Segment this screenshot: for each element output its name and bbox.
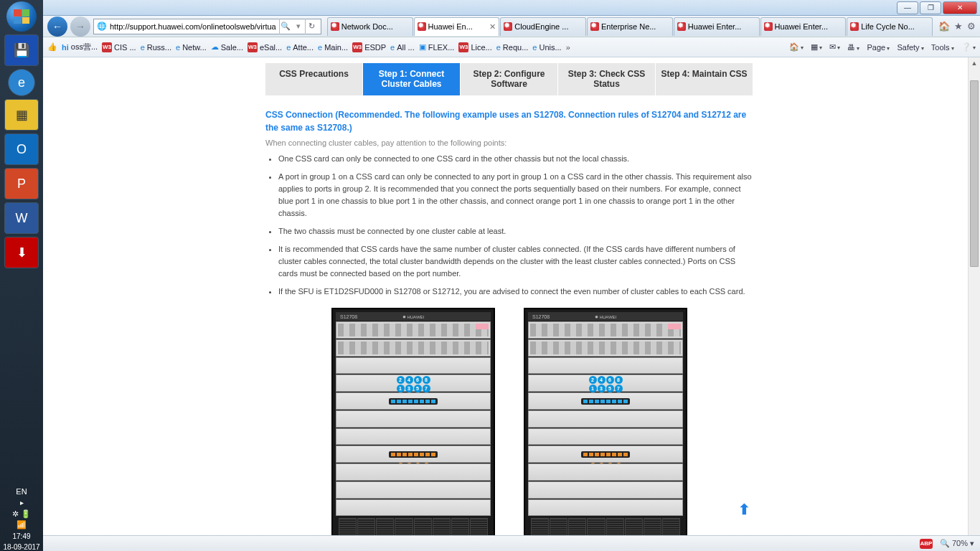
tool-page[interactable]: Page bbox=[867, 43, 890, 52]
start-button[interactable] bbox=[6, 1, 37, 32]
fav-flex[interactable]: ▣FLEX... bbox=[419, 42, 455, 52]
tab-enterprise-ne[interactable]: Enterprise Ne... bbox=[587, 17, 673, 36]
fav-russ[interactable]: eRuss... bbox=[141, 43, 171, 52]
step-tabs: CSS Precautions Step 1: Connect Cluster … bbox=[265, 63, 753, 95]
taskbar-language[interactable]: EN bbox=[16, 487, 27, 496]
fav-chevron[interactable]: 👍 bbox=[47, 42, 57, 52]
window-close-button[interactable]: ✕ bbox=[943, 1, 977, 14]
fav-lice[interactable]: W3Lice... bbox=[458, 42, 491, 52]
windows-taskbar: 💾 e ▦ O P W ⬇ EN ▸ ✲ 🔋 📶 17:49 18-09-201… bbox=[0, 0, 43, 551]
fav-requ[interactable]: eRequ... bbox=[496, 43, 529, 52]
fav-esal[interactable]: W3eSal... bbox=[248, 42, 282, 52]
url-text: http://support.huawei.com/onlinetoolsweb… bbox=[110, 22, 276, 31]
browser-toolbar: ← → 🌐 http://support.huawei.com/onlineto… bbox=[43, 16, 980, 37]
scroll-thumb[interactable] bbox=[970, 80, 979, 267]
window-maximize-button[interactable]: ❐ bbox=[920, 1, 941, 14]
list-item: If the SFU is ET1D2SFUD000 in S12708 or … bbox=[278, 286, 753, 298]
tool-home[interactable]: 🏠 bbox=[789, 42, 804, 52]
list-item: A port in group 1 on a CSS card can only… bbox=[278, 171, 753, 220]
tab-huawei-en[interactable]: Huawei En...✕ bbox=[414, 17, 500, 36]
tool-safety[interactable]: Safety bbox=[897, 43, 923, 52]
list-item: It is recommended that CSS cards have th… bbox=[278, 243, 753, 280]
huawei-icon bbox=[764, 22, 773, 31]
tab-huawei-enter-2[interactable]: Huawei Enter... bbox=[760, 17, 847, 36]
tab-step3-check[interactable]: Step 3: Check CSS Status bbox=[558, 63, 656, 95]
browser-tabs: Network Doc... Huawei En...✕ CloudEngine… bbox=[327, 17, 933, 36]
tab-step2-configure[interactable]: Step 2: Configure Software bbox=[461, 63, 558, 95]
fav-main[interactable]: eMain... bbox=[318, 43, 348, 52]
fav-atte[interactable]: eAtte... bbox=[286, 43, 314, 52]
window-titlebar: — ❐ ✕ bbox=[0, 0, 980, 16]
taskbar-tray[interactable]: ✲ 🔋 📶 bbox=[12, 509, 31, 529]
points-list: One CSS card can only be connected to on… bbox=[265, 153, 753, 298]
section-subtitle: When connecting cluster cables, pay atte… bbox=[265, 138, 753, 147]
tool-help[interactable]: ❔ bbox=[961, 42, 976, 52]
list-item: One CSS card can only be connected to on… bbox=[278, 153, 753, 165]
tab-css-precautions[interactable]: CSS Precautions bbox=[265, 63, 363, 95]
taskbar-app-outlook[interactable]: O bbox=[4, 133, 39, 165]
window-minimize-button[interactable]: — bbox=[897, 1, 918, 14]
tool-feeds[interactable]: ▦ bbox=[811, 42, 822, 52]
fav-all[interactable]: eAll ... bbox=[390, 43, 415, 52]
forward-button[interactable]: → bbox=[70, 17, 90, 37]
chassis-left: S12708 2468 1357 1357 2468 bbox=[331, 308, 495, 535]
settings-icon[interactable]: ⚙ bbox=[967, 21, 976, 32]
browser-statusbar: ABP 🔍 70% ▾ bbox=[43, 535, 980, 551]
search-icon[interactable]: 🔍 bbox=[279, 19, 292, 34]
fav-cis[interactable]: W3CIS ... bbox=[102, 42, 136, 52]
fav-oss[interactable]: hioss营... bbox=[62, 42, 98, 52]
scroll-up-arrow[interactable]: ▲ bbox=[969, 57, 980, 69]
chassis-diagram: S12708 2468 1357 1357 2468 S bbox=[265, 308, 753, 535]
tool-mail[interactable]: ✉ bbox=[829, 42, 840, 52]
taskbar-app-yellow[interactable]: ▦ bbox=[4, 99, 39, 131]
taskbar-app-pdf[interactable]: ⬇ bbox=[4, 237, 39, 268]
taskbar-app-notepad[interactable]: 💾 bbox=[4, 34, 39, 66]
close-icon[interactable]: ✕ bbox=[489, 22, 496, 32]
tab-cloudengine[interactable]: CloudEngine ... bbox=[500, 17, 586, 36]
fav-netw[interactable]: eNetw... bbox=[176, 43, 207, 52]
favorites-bar: 👍 hioss营... W3CIS ... eRuss... eNetw... … bbox=[43, 37, 980, 57]
tab-step4-maintain[interactable]: Step 4: Maintain CSS bbox=[656, 63, 753, 95]
back-button[interactable]: ← bbox=[47, 17, 67, 37]
favorites-icon[interactable]: ★ bbox=[954, 21, 963, 32]
taskbar-app-powerpoint[interactable]: P bbox=[4, 168, 39, 199]
tool-tools[interactable]: Tools bbox=[931, 43, 954, 52]
home-icon[interactable]: 🏠 bbox=[938, 21, 950, 32]
fav-esdp[interactable]: W3ESDP bbox=[352, 42, 386, 52]
huawei-icon bbox=[504, 22, 512, 31]
zoom-indicator[interactable]: 🔍 70% ▾ bbox=[940, 539, 974, 548]
vertical-scrollbar[interactable]: ▲ bbox=[968, 57, 980, 535]
fav-overflow[interactable]: » bbox=[566, 43, 570, 52]
fav-sale[interactable]: ☁Sale... bbox=[211, 42, 243, 52]
huawei-icon bbox=[677, 22, 686, 31]
huawei-icon bbox=[850, 22, 859, 31]
list-item: The two chassis must be connected by one… bbox=[278, 225, 753, 237]
back-to-top-button[interactable]: ⬆ bbox=[738, 501, 750, 518]
site-icon: 🌐 bbox=[97, 22, 107, 31]
section-title: CSS Connection (Recommended. The followi… bbox=[265, 108, 753, 134]
page-content: CSS Precautions Step 1: Connect Cluster … bbox=[43, 57, 980, 535]
chassis-right: S12708 2468 1357 1357 2468 bbox=[524, 308, 687, 535]
tab-life-cycle[interactable]: Life Cycle No... bbox=[847, 17, 933, 36]
tool-print[interactable]: 🖶 bbox=[847, 43, 859, 52]
huawei-icon bbox=[418, 22, 426, 31]
abp-icon[interactable]: ABP bbox=[920, 539, 933, 549]
tab-network-doc[interactable]: Network Doc... bbox=[327, 17, 413, 36]
fav-unis[interactable]: eUnis... bbox=[532, 43, 561, 52]
taskbar-time[interactable]: 17:49 bbox=[12, 532, 30, 540]
taskbar-app-ie[interactable]: e bbox=[8, 69, 35, 96]
taskbar-date: 18-09-2017 bbox=[3, 543, 39, 551]
tab-huawei-enter-1[interactable]: Huawei Enter... bbox=[674, 17, 760, 36]
tab-step1-connect[interactable]: Step 1: Connect Cluster Cables bbox=[363, 63, 461, 95]
refresh-icon[interactable]: ↻ bbox=[305, 19, 318, 34]
address-bar[interactable]: 🌐 http://support.huawei.com/onlinetoolsw… bbox=[93, 19, 321, 34]
huawei-icon bbox=[590, 22, 599, 31]
taskbar-app-word[interactable]: W bbox=[4, 202, 39, 234]
huawei-icon bbox=[331, 22, 339, 31]
